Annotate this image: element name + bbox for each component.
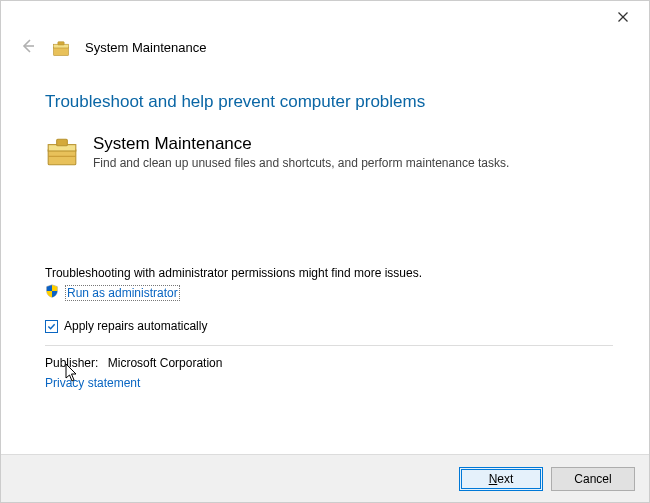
privacy-statement-link[interactable]: Privacy statement (45, 376, 140, 390)
header-title: System Maintenance (85, 40, 206, 55)
next-button[interactable]: Next (459, 467, 543, 491)
back-arrow-icon[interactable] (19, 37, 37, 58)
apply-repairs-row: Apply repairs automatically (45, 319, 613, 333)
checkmark-icon (47, 322, 56, 331)
troubleshooter-description: Find and clean up unused files and short… (93, 156, 509, 170)
shield-icon (45, 284, 59, 301)
toolbox-icon (45, 134, 79, 168)
next-rest: ext (497, 472, 513, 486)
content-area: Troubleshoot and help prevent computer p… (1, 68, 649, 390)
title-bar (1, 1, 649, 33)
header-row: System Maintenance (1, 33, 649, 68)
troubleshooter-title: System Maintenance (93, 134, 509, 154)
close-icon (618, 12, 628, 22)
svg-rect-8 (57, 139, 68, 145)
close-button[interactable] (603, 3, 643, 31)
apply-repairs-label: Apply repairs automatically (64, 319, 207, 333)
divider (45, 345, 613, 346)
troubleshooter-header-icon (51, 38, 71, 58)
admin-link-row: Run as administrator (45, 284, 613, 301)
publisher-value: Microsoft Corporation (108, 356, 223, 370)
svg-rect-5 (58, 41, 64, 44)
run-as-admin-link[interactable]: Run as administrator (65, 285, 180, 301)
page-heading: Troubleshoot and help prevent computer p… (45, 92, 613, 112)
footer: Next Cancel (1, 454, 649, 502)
admin-note: Troubleshooting with administrator permi… (45, 266, 613, 280)
troubleshooter-block: System Maintenance Find and clean up unu… (45, 134, 613, 170)
admin-section: Troubleshooting with administrator permi… (45, 266, 613, 390)
publisher-row: Publisher: Microsoft Corporation (45, 356, 613, 370)
publisher-label: Publisher: (45, 356, 98, 370)
apply-repairs-checkbox[interactable] (45, 320, 58, 333)
next-accelerator: N (489, 472, 498, 486)
cancel-button[interactable]: Cancel (551, 467, 635, 491)
